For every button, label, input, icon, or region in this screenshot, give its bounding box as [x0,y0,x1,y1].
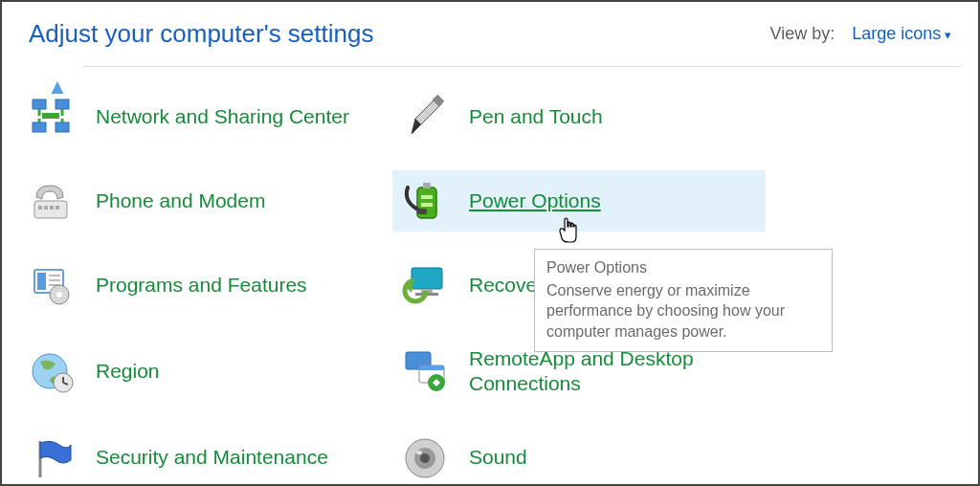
header: Adjust your computer's settings View by:… [2,2,978,66]
svg-rect-3 [33,122,46,132]
item-label: Sound [469,445,527,470]
svg-point-44 [420,453,430,463]
svg-rect-5 [42,113,59,119]
tooltip-title: Power Options [546,257,820,278]
svg-rect-39 [419,365,444,370]
svg-rect-1 [33,99,46,109]
item-programs-features[interactable]: Programs and Features [19,254,392,316]
pen-icon [402,94,448,140]
svg-rect-19 [421,203,433,207]
svg-rect-15 [56,206,59,210]
tooltip-body: Conserve energy or maximize performance … [546,280,820,342]
battery-icon [402,178,448,224]
cursor-pointer-icon [557,217,580,248]
item-label: Power Options [469,188,601,213]
recovery-icon [402,262,448,308]
speaker-icon [402,435,448,481]
item-label: Region [96,359,160,384]
item-network-sharing[interactable]: Network and Sharing Center [19,86,392,147]
svg-rect-22 [37,273,46,290]
item-pen-touch[interactable]: Pen and Touch [392,86,766,147]
programs-icon [29,262,75,308]
svg-rect-4 [56,122,69,132]
svg-rect-14 [50,206,54,210]
network-icon [29,94,75,140]
view-by-dropdown[interactable]: Large icons [852,24,951,44]
view-by-label: View by: [770,24,835,44]
view-by-group: View by: Large icons [770,24,951,44]
svg-point-27 [56,292,62,298]
remote-icon [402,348,448,394]
item-label: RemoteApp and Desktop Connections [469,346,756,397]
item-label: Network and Sharing Center [96,104,349,129]
phone-icon [29,178,75,224]
item-label: Programs and Features [96,273,307,298]
svg-rect-13 [44,206,48,210]
item-sound[interactable]: Sound [392,428,766,487]
svg-rect-2 [56,99,69,109]
flag-icon [29,435,75,481]
svg-point-45 [416,451,422,454]
item-phone-modem[interactable]: Phone and Modem [19,170,392,232]
svg-rect-12 [38,206,42,210]
item-security-maintenance[interactable]: Security and Maintenance [19,428,392,487]
svg-rect-28 [412,268,442,289]
item-label: Security and Maintenance [96,445,328,470]
region-icon [29,348,75,394]
tooltip: Power Options Conserve energy or maximiz… [534,249,833,352]
item-region[interactable]: Region [19,339,392,405]
page-title: Adjust your computer's settings [29,19,373,49]
svg-rect-20 [417,209,427,214]
item-label: Phone and Modem [96,188,265,213]
item-label: Pen and Touch [469,104,603,129]
svg-rect-18 [421,195,433,199]
svg-rect-17 [423,183,431,188]
